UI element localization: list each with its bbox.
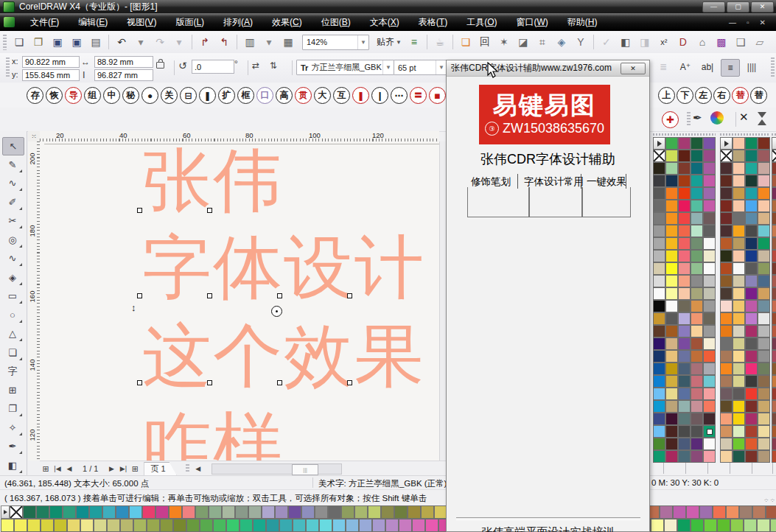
selection-handle-10[interactable] [347,380,352,385]
palette-swatch[interactable] [772,300,776,312]
palette-swatch[interactable] [720,237,733,250]
palette-swatch[interactable] [678,363,691,375]
palette-swatch[interactable] [665,337,678,350]
color-swatch[interactable] [385,519,399,532]
color-swatch[interactable] [412,519,425,532]
palette-swatch[interactable] [733,450,745,463]
plugin-stamp-替-icon[interactable]: 替 [732,87,749,104]
plugin-stamp-大-icon[interactable]: 大 [314,87,331,104]
rotation-angle-field[interactable]: .0 [192,60,234,74]
first-page-icon[interactable]: |◀ [52,463,63,475]
color-swatch[interactable] [27,519,41,532]
node-edit-icon[interactable]: ✓ [598,35,615,49]
palette-swatch[interactable] [691,225,703,237]
palette-swatch[interactable] [653,187,665,200]
plugin-stamp-贯-icon[interactable]: 贯 [295,87,312,104]
plugin-stamp-恢-icon[interactable]: 恢 [46,87,63,104]
palette-swatch[interactable] [733,325,745,337]
color-swatch[interactable] [173,519,186,532]
palette-swatch[interactable] [665,250,678,262]
palette-swatch[interactable] [772,413,776,425]
palette-swatch[interactable] [758,225,770,237]
palette-swatch[interactable] [678,150,691,162]
palette-swatch[interactable] [733,375,745,388]
bottom-palette-flyout-button[interactable] [1,505,10,519]
palette-swatch[interactable] [772,363,776,375]
horizontal-text-icon[interactable]: ≡ [721,59,740,77]
palette-swatch[interactable] [745,450,758,463]
palette-swatch[interactable] [691,350,703,363]
crop-tool[interactable]: ✂ [2,212,23,229]
star-shape-icon[interactable]: ✶ [496,35,512,49]
palette-swatch[interactable] [745,137,758,150]
palette-swatch[interactable] [720,262,733,275]
plugin-stamp-互-icon[interactable]: 互 [333,87,350,104]
color-swatch[interactable] [169,505,182,519]
add-page-icon[interactable]: ⊞ [40,463,52,475]
palette-swatch[interactable] [733,212,745,225]
color-swatch[interactable] [332,519,346,532]
plugin-stamp-组-icon[interactable]: 组 [84,87,101,104]
color-swatch[interactable] [266,519,279,532]
palette-swatch[interactable] [745,162,758,175]
palette-swatch[interactable] [665,237,678,250]
mirror-vertical-icon[interactable]: ⇅ [270,60,277,71]
palette-swatch[interactable] [691,150,703,162]
horizontal-ruler[interactable]: 20406080100120 [40,131,439,142]
smart-fill-tool[interactable]: ◈ [2,269,23,286]
shape-tool[interactable]: ✎ [2,156,23,173]
palette-swatch[interactable] [758,375,770,388]
next-page-icon[interactable]: ▶ [105,463,117,475]
palette-swatch[interactable] [653,275,665,287]
palette-swatch[interactable] [703,275,716,287]
palette-swatch[interactable] [678,337,691,350]
palette-swatch[interactable] [720,337,733,350]
add-page-icon-2[interactable]: ⊞ [129,463,141,475]
palette-swatch[interactable] [733,275,745,287]
palette-swatch[interactable] [691,375,703,388]
palette-swatch[interactable] [772,275,776,287]
palette-swatch[interactable] [691,175,703,187]
menu-B[interactable]: 位图(B) [312,13,360,31]
palette-swatch[interactable] [720,287,733,300]
distort-icon[interactable]: ⌗ [534,35,550,49]
palette-swatch[interactable] [691,363,703,375]
palette-swatch[interactable] [720,250,733,262]
palette-swatch[interactable] [733,425,745,438]
color-swatch[interactable] [120,519,133,532]
palette-swatch[interactable] [745,337,758,350]
palette-swatch[interactable] [653,237,665,250]
palette-swatch[interactable] [653,363,665,375]
palette-swatch[interactable] [758,350,770,363]
color-swatch[interactable] [107,519,120,532]
plugin-stamp-●-icon[interactable]: ● [141,87,158,104]
palette-swatch[interactable] [745,438,758,450]
palette-swatch[interactable] [720,350,733,363]
palette-swatch[interactable] [745,312,758,325]
color-swatch[interactable] [23,505,36,519]
palette-swatch[interactable] [745,225,758,237]
color-swatch[interactable] [1,519,14,532]
palette-swatch[interactable] [758,325,770,337]
color-swatch[interactable] [651,519,664,532]
palette-swatch[interactable] [733,388,745,400]
palette-swatch[interactable] [691,300,703,312]
palette-swatch[interactable] [720,162,733,175]
palette-swatch[interactable] [772,262,776,275]
palette-swatch[interactable] [733,200,745,212]
palette-swatch[interactable] [691,450,703,463]
plugin-stamp-❙-icon[interactable]: ❙ [371,87,388,104]
palette-swatch[interactable] [653,287,665,300]
palette-swatch[interactable] [703,325,716,337]
palette-swatch[interactable] [733,400,745,413]
color-swatch[interactable] [76,505,89,519]
palette-swatch[interactable] [758,212,770,225]
palette-swatch[interactable] [703,413,716,425]
text-tool[interactable]: 字 [2,363,23,379]
color-swatch[interactable] [14,519,27,532]
palette-swatch[interactable] [653,312,665,325]
palette-swatch[interactable] [678,162,691,175]
color-swatch[interactable] [368,505,381,519]
palette-swatch[interactable] [733,175,745,187]
menu-L[interactable]: 版面(L) [166,13,214,31]
